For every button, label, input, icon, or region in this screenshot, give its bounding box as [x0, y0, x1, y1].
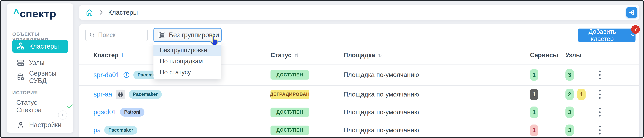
row-menu-button[interactable]: [597, 88, 603, 101]
services-count: 1: [530, 107, 538, 118]
column-header-site[interactable]: Площадка: [344, 46, 383, 64]
row-menu-button[interactable]: [597, 105, 603, 119]
site-cell: Площадка по-умолчанию: [344, 121, 419, 138]
sidebar: ^ спектр ОБЪЕКТЫ УПРАВЛЕНИЯ Кластеры Узл…: [7, 3, 73, 133]
sidebar-item-clusters[interactable]: Кластеры: [12, 40, 68, 53]
sidebar-item-settings[interactable]: Настройки: [12, 118, 68, 132]
sidebar-item-nodes[interactable]: Узлы: [12, 56, 68, 69]
status-badge: ДЕГРАДИРОВАН: [270, 90, 309, 99]
services-cell: 1: [530, 64, 538, 85]
dropdown-option-no-grouping[interactable]: Без группировки: [154, 45, 222, 56]
engine-badge: Pacemaker: [129, 90, 162, 99]
column-header-services: Сервисы: [530, 46, 558, 64]
grouping-value: Без группировки: [169, 31, 219, 39]
status-cell: ДЕГРАДИРОВАН: [270, 86, 309, 103]
logo-text: спектр: [20, 8, 56, 19]
dropdown-option-by-status[interactable]: По статусу: [154, 67, 222, 78]
services-cell: 1: [530, 121, 538, 138]
sidebar-item-label: Сервисы СУБД: [29, 70, 68, 85]
grouping-dropdown-menu: Без группировки По площадкам По статусу: [154, 42, 222, 79]
actions-cell: [597, 121, 603, 138]
status-cell: ДОСТУПЕН: [270, 64, 309, 85]
actions-cell: [597, 103, 603, 121]
home-icon[interactable]: [86, 9, 93, 16]
logo-caret-icon: ^: [13, 7, 19, 18]
cluster-link[interactable]: spr-aa: [94, 91, 112, 98]
cluster-cell: pa Pacemaker: [94, 121, 137, 138]
login-button[interactable]: [626, 7, 637, 18]
sort-desc-icon[interactable]: [121, 53, 126, 58]
actions-cell: [597, 86, 603, 103]
status-cell: ДОСТУПЕН: [270, 121, 309, 138]
nodes-cell: 3: [566, 64, 574, 85]
sidebar-item-label: Статус Спектра: [16, 99, 62, 114]
check-icon: [66, 103, 73, 110]
status-cell: ДОСТУПЕН: [270, 103, 309, 121]
cluster-icon: [17, 42, 24, 50]
site-cell: Площадка по-умолчанию: [344, 103, 419, 121]
grouping-icon: [158, 31, 166, 39]
grouping-select[interactable]: Без группировки: [154, 28, 222, 42]
sidebar-item-label: Узлы: [29, 59, 44, 67]
nodes-count: 3: [566, 107, 574, 118]
sort-both-icon[interactable]: [378, 53, 383, 58]
dropdown-option-by-site[interactable]: По площадкам: [154, 56, 222, 67]
cluster-cell: spr-aa Pacemaker: [94, 86, 162, 103]
option-label: По статусу: [160, 69, 191, 76]
sidebar-item-spektr-status[interactable]: Статус Спектра: [16, 100, 73, 112]
cluster-cell: pgsql01 Patroni: [94, 103, 144, 121]
services-cell: 1: [530, 86, 538, 103]
globe-chip[interactable]: [116, 90, 125, 99]
services-count: 1: [530, 125, 538, 136]
services-count: 1: [530, 69, 538, 81]
logo[interactable]: ^ спектр: [7, 3, 73, 24]
sidebar-section-history: ИСТОРИЯ: [12, 90, 38, 96]
globe-icon: [117, 91, 124, 98]
status-badge: ДОСТУПЕН: [270, 70, 309, 80]
option-label: Без группировки: [160, 46, 207, 54]
search-box: [85, 29, 148, 41]
table-row: pa Pacemaker ДОСТУПЕН Площадка по-умолча…: [79, 121, 639, 138]
search-icon: [89, 32, 95, 38]
site-cell: Площадка по-умолчанию: [344, 86, 419, 103]
add-cluster-label: Добавить кластер: [578, 28, 627, 42]
clusters-panel: Без группировки Добавить кластер 7 Класт…: [79, 24, 639, 138]
cluster-link[interactable]: pa: [94, 127, 101, 134]
app-window: ^ спектр ОБЪЕКТЫ УПРАВЛЕНИЯ Кластеры Узл…: [0, 0, 644, 138]
row-menu-button[interactable]: [597, 123, 603, 137]
breadcrumb-current: Кластеры: [108, 9, 138, 16]
engine-badge: Patroni: [120, 108, 144, 117]
sidebar-item-db-services[interactable]: Сервисы СУБД: [12, 71, 68, 84]
nodes-count: 3: [566, 69, 574, 81]
site-label: Площадка по-умолчанию: [344, 109, 419, 116]
site-cell: Площадка по-умолчанию: [344, 64, 419, 85]
nodes-cell: 2 1: [566, 86, 586, 103]
column-label: Площадка: [344, 52, 375, 59]
add-cluster-button[interactable]: Добавить кластер: [578, 28, 636, 42]
site-label: Площадка по-умолчанию: [344, 71, 419, 79]
nodes-icon: [17, 59, 24, 67]
cluster-link[interactable]: pgsql01: [94, 108, 116, 116]
notification-badge: 7: [631, 25, 640, 34]
status-badge: ДОСТУПЕН: [270, 108, 309, 117]
db-services-icon: [17, 73, 24, 81]
column-label: Узлы: [566, 52, 582, 59]
chevron-left-icon: [60, 113, 65, 117]
column-label: Кластер: [94, 52, 118, 59]
row-menu-button[interactable]: [597, 68, 603, 82]
sidebar-item-label: Кластеры: [29, 43, 59, 50]
cluster-link[interactable]: spr-da01: [94, 71, 120, 79]
column-header-cluster[interactable]: Кластер: [94, 46, 126, 64]
engine-badge: Pacemaker: [104, 126, 137, 135]
info-icon[interactable]: [123, 71, 130, 78]
status-badge: ДОСТУПЕН: [270, 126, 309, 135]
table-row: pgsql01 Patroni ДОСТУПЕН Площадка по-умо…: [79, 103, 639, 121]
search-input[interactable]: [98, 31, 144, 39]
user-icon: [17, 121, 24, 129]
column-header-status[interactable]: Статус: [270, 46, 299, 64]
nodes-count: 1: [577, 89, 586, 100]
option-label: По площадкам: [160, 58, 203, 65]
login-icon: [628, 9, 635, 16]
services-cell: 1: [530, 103, 538, 121]
sort-both-icon[interactable]: [294, 53, 299, 58]
